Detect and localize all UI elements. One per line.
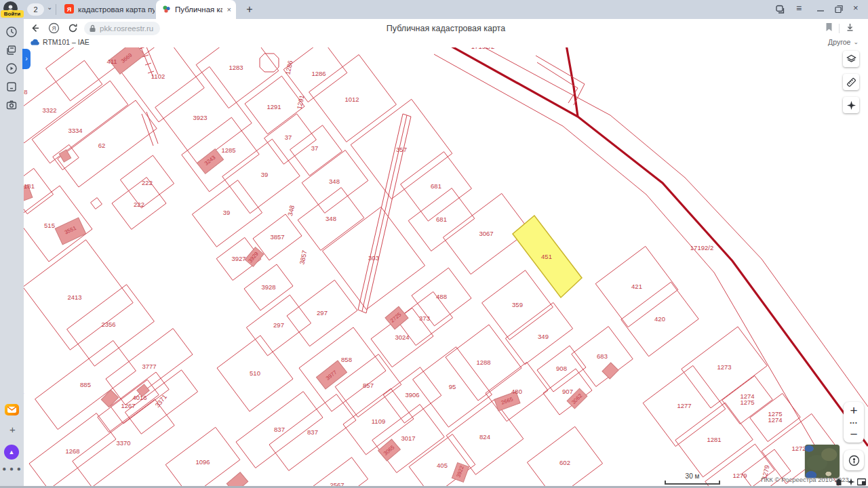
parcel-label: 2356 bbox=[101, 321, 115, 328]
tab-pkk-active[interactable]: Публичная кадастрова × bbox=[156, 0, 236, 19]
geolocate-button[interactable] bbox=[844, 450, 864, 470]
chat-panel-icon[interactable] bbox=[775, 4, 785, 15]
parcel-label: 3017 bbox=[401, 434, 415, 442]
player-icon[interactable] bbox=[5, 62, 18, 75]
parcel-label: 1279 bbox=[732, 472, 747, 479]
parcel-label: 39 bbox=[261, 171, 269, 178]
parcel-label: 37 bbox=[311, 144, 319, 152]
parcel-label: 3370 bbox=[116, 439, 130, 447]
parcel-label: 4016 bbox=[132, 394, 146, 401]
parcel-line bbox=[362, 115, 407, 311]
parcel[interactable] bbox=[196, 47, 279, 108]
parcel-label: 858 bbox=[341, 356, 352, 363]
parcel-label: 1267 bbox=[121, 402, 135, 409]
parcel-label: 39 bbox=[223, 209, 231, 216]
chevron-down-icon: ⌄ bbox=[853, 39, 859, 45]
bookmark-flag-icon[interactable] bbox=[825, 22, 833, 35]
parcel-label: 3334 bbox=[68, 127, 82, 134]
refresh-icon[interactable] bbox=[67, 22, 79, 37]
parcel-label: 411 bbox=[106, 58, 117, 65]
ruler-icon bbox=[846, 77, 856, 87]
parcel-label: 907 bbox=[562, 388, 573, 395]
tab-close-icon[interactable]: × bbox=[227, 5, 231, 14]
collections-icon[interactable] bbox=[5, 44, 18, 57]
add-panel-icon[interactable]: + bbox=[6, 424, 19, 436]
restore-window-icon[interactable] bbox=[834, 4, 844, 15]
browser-tab-strip: Войти 2 ⌄ Я кадастровая карта публи Публ… bbox=[0, 0, 868, 19]
lock-icon bbox=[89, 24, 96, 33]
parcel-label: 359 bbox=[512, 301, 523, 308]
parcel[interactable] bbox=[58, 100, 157, 187]
parcel-label: 222 bbox=[142, 179, 153, 186]
browser-menu-icon[interactable]: ≡ bbox=[796, 3, 802, 14]
sidebar-expander[interactable]: › bbox=[22, 49, 31, 69]
browser-sidebar: + ▲ ● ● ● bbox=[0, 19, 24, 486]
building[interactable] bbox=[602, 363, 618, 379]
screenshot-icon[interactable] bbox=[5, 99, 18, 112]
parcel-label: 1275 bbox=[740, 399, 754, 406]
parcel-label: 405 bbox=[437, 462, 448, 469]
downloads-icon[interactable] bbox=[846, 22, 854, 35]
parcel-label: 348 bbox=[286, 205, 296, 217]
position-tool-button[interactable] bbox=[843, 97, 859, 113]
tab-title: Публичная кадастрова bbox=[175, 5, 222, 14]
new-tab-button[interactable]: + bbox=[242, 2, 257, 17]
parcel-label: 1283 bbox=[229, 64, 243, 71]
bookmark-item[interactable]: RTM101 – IAE bbox=[31, 38, 90, 46]
building[interactable] bbox=[226, 472, 248, 486]
tab-counter[interactable]: 2 bbox=[27, 3, 44, 16]
back-icon[interactable] bbox=[29, 22, 41, 37]
cadastral-map[interactable]: 4113669110212831286128633223334623923129… bbox=[24, 47, 868, 486]
alice-assistant-icon[interactable]: ▲ bbox=[4, 445, 19, 460]
parcel-label: 1285 bbox=[221, 146, 235, 154]
tab-list-chevron-icon[interactable]: ⌄ bbox=[47, 3, 52, 11]
parcel-label: 181 bbox=[24, 182, 35, 190]
parcel-label: 480 bbox=[511, 388, 522, 395]
parcel[interactable] bbox=[165, 427, 240, 486]
parcel-label: 1291 bbox=[267, 103, 281, 110]
parcel-label: 1286 bbox=[311, 70, 326, 77]
parcel-label: 62 bbox=[98, 142, 106, 149]
parcel-label: 420 bbox=[654, 315, 665, 323]
address-bar[interactable]: pkk.rosreestr.ru bbox=[84, 22, 160, 35]
login-badge[interactable]: Войти bbox=[1, 10, 24, 18]
parcel[interactable] bbox=[527, 426, 602, 486]
parcel[interactable] bbox=[24, 186, 92, 262]
parcel-label: 1281 bbox=[707, 436, 721, 443]
svg-text:Я: Я bbox=[52, 25, 56, 32]
parcel-label: 824 bbox=[479, 433, 490, 441]
parcel-label: 297 bbox=[273, 321, 284, 329]
yandex-mail-icon[interactable] bbox=[5, 404, 19, 415]
parcel-label: 3024 bbox=[395, 333, 409, 341]
measure-tool-button[interactable] bbox=[843, 74, 859, 90]
building[interactable] bbox=[59, 150, 71, 162]
layers-tool-button[interactable] bbox=[843, 51, 859, 67]
history-icon[interactable] bbox=[5, 26, 18, 39]
parcel-line bbox=[142, 114, 153, 146]
parcel[interactable] bbox=[24, 60, 102, 143]
zoom-out-button[interactable]: − bbox=[844, 426, 864, 443]
parcel[interactable] bbox=[260, 54, 279, 72]
scale-line bbox=[665, 481, 720, 485]
parcel-label: 3923 bbox=[193, 114, 207, 121]
parcel[interactable] bbox=[182, 117, 259, 192]
alice-tab-icon[interactable] bbox=[5, 81, 18, 94]
zoom-more-button[interactable]: ••• bbox=[844, 420, 864, 426]
bookmarks-more[interactable]: Другое ⌄ bbox=[828, 38, 859, 46]
parcel[interactable] bbox=[91, 198, 102, 209]
parcel[interactable] bbox=[409, 434, 475, 486]
parcel-label: 1274 bbox=[768, 416, 782, 424]
sidebar-more-icon[interactable]: ● ● ● bbox=[0, 465, 24, 472]
tab-title: кадастровая карта публи bbox=[78, 5, 155, 14]
tab-yandex-search[interactable]: Я кадастровая карта публи bbox=[58, 0, 155, 19]
zoom-in-button[interactable]: + bbox=[844, 402, 864, 420]
parcel-label: 357 bbox=[396, 146, 407, 153]
close-window-icon[interactable]: × bbox=[853, 3, 859, 14]
parcel-label: 3927 bbox=[231, 255, 245, 262]
yandex-services-icon[interactable]: Я bbox=[48, 22, 60, 37]
parcel-label: 1102 bbox=[151, 73, 165, 80]
satellite-preview[interactable] bbox=[805, 445, 840, 478]
parcel-label: 3371 bbox=[153, 393, 168, 409]
minimize-window-icon[interactable] bbox=[816, 4, 825, 15]
parcel-label: 3067 bbox=[479, 230, 493, 237]
